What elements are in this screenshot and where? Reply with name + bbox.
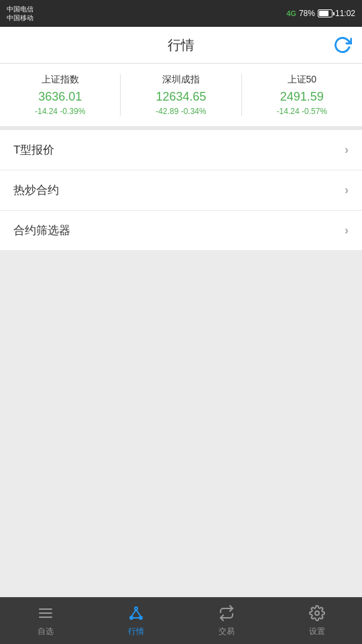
battery-icon bbox=[318, 9, 333, 17]
chevron-right-icon-1: › bbox=[345, 183, 349, 197]
market-icon bbox=[128, 605, 144, 623]
index-value-1: 12634.65 bbox=[121, 90, 241, 104]
clock: 11:02 bbox=[335, 9, 355, 18]
menu-item-hot-contract[interactable]: 热炒合约 › bbox=[0, 170, 362, 211]
nav-label-settings: 设置 bbox=[309, 626, 325, 637]
menu-item-contract-filter[interactable]: 合约筛选器 › bbox=[0, 211, 362, 251]
settings-icon bbox=[309, 605, 325, 623]
menu-list: T型报价 › 热炒合约 › 合约筛选器 › bbox=[0, 130, 362, 251]
menu-label-2: 合约筛选器 bbox=[13, 223, 70, 238]
content-area bbox=[0, 251, 362, 596]
nav-item-watchlist[interactable]: 自选 bbox=[0, 598, 90, 644]
nav-item-trade[interactable]: 交易 bbox=[181, 598, 272, 644]
index-change-0: -14.24 -0.39% bbox=[0, 107, 120, 116]
battery-fill bbox=[319, 11, 328, 16]
svg-line-7 bbox=[136, 610, 141, 616]
nav-item-market[interactable]: 行情 bbox=[90, 598, 181, 644]
index-panel: 上证指数 3636.01 -14.24 -0.39% 深圳成指 12634.65… bbox=[0, 64, 362, 130]
refresh-icon bbox=[333, 36, 352, 54]
index-change-2: -14.24 -0.57% bbox=[242, 107, 362, 116]
trade-icon bbox=[219, 605, 235, 623]
index-value-2: 2491.59 bbox=[242, 90, 362, 104]
svg-line-6 bbox=[131, 610, 136, 616]
menu-label-0: T型报价 bbox=[13, 142, 54, 158]
carrier-info: 中国电信 中国移动 bbox=[7, 5, 34, 22]
network-type: 4G bbox=[286, 9, 296, 17]
carrier2: 中国移动 bbox=[7, 13, 34, 22]
nav-label-market: 行情 bbox=[128, 626, 144, 637]
refresh-button[interactable] bbox=[333, 36, 352, 54]
carrier1: 中国电信 bbox=[7, 5, 34, 13]
status-bar: 中国电信 中国移动 4G 78% 11:02 bbox=[0, 0, 362, 27]
index-change-1: -42.89 -0.34% bbox=[121, 107, 241, 116]
chevron-right-icon-0: › bbox=[345, 143, 349, 157]
nav-item-settings[interactable]: 设置 bbox=[272, 598, 362, 644]
battery-percent: 78% bbox=[299, 9, 315, 18]
page-title: 行情 bbox=[168, 36, 194, 54]
menu-label-1: 热炒合约 bbox=[13, 182, 59, 198]
bottom-nav: 自选 行情 交易 bbox=[0, 597, 362, 644]
index-item-sh50[interactable]: 上证50 2491.59 -14.24 -0.57% bbox=[241, 74, 362, 116]
nav-label-watchlist: 自选 bbox=[38, 626, 54, 637]
index-name-1: 深圳成指 bbox=[121, 74, 241, 86]
chevron-right-icon-2: › bbox=[345, 223, 349, 237]
nav-label-trade: 交易 bbox=[219, 626, 235, 637]
index-value-0: 3636.01 bbox=[0, 90, 120, 104]
index-item-shenzhen[interactable]: 深圳成指 12634.65 -42.89 -0.34% bbox=[120, 74, 241, 116]
index-name-0: 上证指数 bbox=[0, 74, 120, 86]
menu-item-t-price[interactable]: T型报价 › bbox=[0, 130, 362, 170]
svg-point-9 bbox=[315, 611, 319, 615]
index-item-shanghai[interactable]: 上证指数 3636.01 -14.24 -0.39% bbox=[0, 74, 120, 116]
list-icon bbox=[38, 605, 54, 623]
header: 行情 bbox=[0, 27, 362, 64]
index-name-2: 上证50 bbox=[242, 74, 362, 86]
status-right: 4G 78% 11:02 bbox=[286, 9, 355, 18]
